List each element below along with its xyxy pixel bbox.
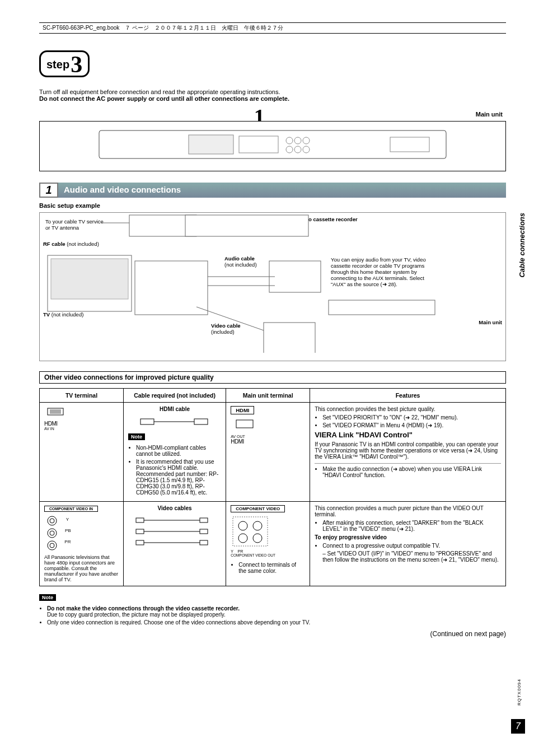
out-pr: PR	[238, 549, 243, 553]
hdmi-bullet-1: It is recommended that you use Panasonic…	[136, 459, 221, 496]
out-comp-label: COMPONENT VIDEO OUT	[231, 553, 305, 557]
svg-rect-39	[200, 529, 208, 534]
svg-rect-40	[136, 540, 144, 545]
hdmi-bullet-0: Non-HDMI-compliant cables cannot be util…	[136, 445, 221, 457]
other-video-heading: Other video connections for improved pic…	[39, 371, 506, 384]
header-filename: SC-PT660-663P-PC_eng.book ７ ページ ２００７年１２月…	[43, 25, 283, 31]
svg-rect-37	[136, 529, 144, 534]
av-out-label: AV OUT	[231, 435, 305, 438]
bottom-bold-line: Do not make the video connections throug…	[47, 605, 240, 612]
svg-rect-1	[189, 135, 233, 154]
component-feat-b1: After making this connection, select "DA…	[322, 520, 501, 532]
svg-point-28	[48, 516, 57, 525]
diagram-svg	[40, 213, 505, 353]
out-y: Y	[231, 549, 233, 553]
intro-text: Turn off all equipment before connection…	[39, 88, 506, 102]
th-cable-required: Cable required (not included)	[123, 388, 226, 402]
svg-rect-18	[264, 323, 315, 353]
comp-pr: PR	[64, 539, 71, 544]
viera-bullet-after: Make the audio connection (➜ above) when…	[322, 466, 501, 478]
svg-rect-15	[51, 259, 128, 299]
component-in-icon	[44, 514, 64, 551]
svg-point-31	[50, 531, 54, 535]
component-in-box: COMPONENT VIDEO IN	[44, 506, 98, 512]
intro-line2: Do not connect the AC power supply or co…	[39, 95, 506, 102]
svg-point-30	[48, 529, 57, 538]
section-1-number: 1	[39, 183, 58, 198]
intro-line1: Turn off all equipment before connection…	[39, 88, 506, 95]
th-main-terminal: Main unit terminal	[226, 388, 310, 402]
step-label: step	[46, 58, 69, 71]
hdmi-term-box: HDMI	[231, 406, 254, 414]
hdmi-cable-icon	[138, 416, 211, 428]
svg-point-32	[48, 541, 57, 550]
bottom-line3: Only one video connection is required. C…	[47, 619, 506, 626]
comp-pb: PB	[65, 528, 71, 533]
svg-point-33	[50, 543, 54, 548]
table-row-hdmi: HDMI AV IN HDMI cable Note Non-HDMI-comp…	[40, 402, 506, 501]
component-out-icon	[231, 515, 270, 548]
th-features: Features	[310, 388, 506, 402]
prog-b0: Connect to a progressive output compatib…	[322, 543, 501, 549]
section-1-title: Audio and video connections	[58, 183, 506, 198]
svg-rect-9	[390, 137, 429, 152]
bottom-note-tag: Note	[39, 594, 56, 601]
basic-setup-heading: Basic setup example	[39, 202, 506, 209]
svg-rect-43	[233, 517, 268, 546]
same-color-note: Connect to terminals of the same color.	[238, 562, 305, 574]
svg-point-47	[253, 534, 262, 543]
main-unit-illustration	[39, 121, 506, 171]
th-tv-terminal: TV terminal	[40, 388, 124, 402]
svg-point-44	[238, 521, 247, 530]
video-cables-icon	[133, 515, 217, 548]
main-unit-label: Main unit	[476, 111, 503, 118]
svg-point-46	[238, 534, 247, 543]
print-header: SC-PT660-663P-PC_eng.book ７ ページ ２００７年１２月…	[39, 22, 506, 34]
viera-head: VIERA Link "HDAVI Control"	[315, 431, 501, 439]
svg-rect-27	[236, 420, 253, 428]
hdmi-port-icon	[44, 406, 67, 419]
bottom-notes: Note Do not make the video connections t…	[39, 592, 506, 626]
av-in-label: AV IN	[44, 427, 119, 431]
viera-body: If your Panasonic TV is an HDMI control …	[315, 441, 501, 460]
svg-rect-42	[200, 540, 208, 545]
svg-rect-16	[269, 261, 321, 292]
hdmi-out-icon	[231, 417, 259, 433]
step-number: 3	[71, 55, 82, 74]
svg-rect-36	[200, 518, 208, 522]
hdmi-out-text: HDMI	[231, 438, 305, 445]
svg-rect-12	[185, 215, 308, 236]
hdmi-cable-title: HDMI cable	[128, 406, 221, 412]
video-connections-table: TV terminal Cable required (not included…	[39, 388, 506, 586]
step-badge: step 3	[39, 50, 90, 77]
svg-line-21	[196, 307, 264, 330]
comp-y: Y	[66, 517, 69, 522]
component-feature-intro: This connection provides a much purer pi…	[315, 505, 501, 517]
table-row-component: COMPONENT VIDEO IN Y PB PR All Panasonic…	[40, 501, 506, 586]
svg-rect-26	[194, 419, 208, 424]
prog-b1: – Set "VIDEO OUT (I/P)" in "VIDEO" menu …	[322, 550, 501, 563]
hdmi-text-tv: HDMI	[44, 421, 119, 427]
svg-rect-13	[135, 261, 208, 315]
continued-text: (Continued on next page)	[39, 630, 506, 638]
component-tv-body: All Panasonic televisions that have 480p…	[44, 554, 119, 582]
section-1-bar: 1 Audio and video connections	[39, 183, 506, 198]
progressive-head: To enjoy progressive video	[315, 534, 501, 540]
hdmi-feature-intro: This connection provides the best pictur…	[315, 406, 501, 412]
hdmi-note-tag: Note	[128, 433, 145, 440]
svg-rect-24	[140, 419, 154, 424]
component-out-box: COMPONENT VIDEO	[231, 505, 285, 512]
svg-rect-17	[329, 300, 435, 315]
svg-point-45	[253, 521, 262, 530]
hdmi-feat-b1: Set "VIDEO FORMAT" in Menu 4 (HDMI) (➜ 1…	[322, 422, 501, 428]
svg-rect-34	[136, 518, 144, 522]
hdmi-feat-b0: Set "VIDEO PRIORITY" to "ON" (➜ 22, "HDM…	[322, 414, 501, 421]
video-cables-title: Video cables	[128, 505, 221, 511]
svg-rect-2	[239, 136, 278, 153]
svg-rect-23	[50, 409, 61, 414]
side-tab: Cable connections	[518, 213, 526, 278]
svg-point-29	[50, 519, 54, 523]
bottom-line2: Due to copy guard protection, the pictur…	[47, 612, 226, 618]
basic-setup-diagram: To your cable TV service or TV antenna R…	[39, 212, 506, 361]
